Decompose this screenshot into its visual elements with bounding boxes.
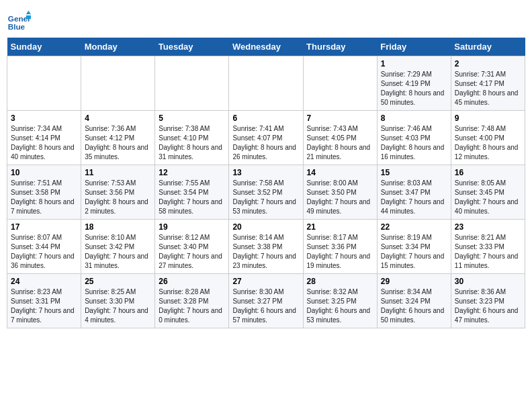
calendar-cell: 13Sunrise: 7:58 AM Sunset: 3:52 PM Dayli… bbox=[229, 165, 303, 220]
day-detail: Sunrise: 8:10 AM Sunset: 3:42 PM Dayligh… bbox=[85, 233, 151, 271]
day-number: 4 bbox=[85, 113, 151, 123]
day-detail: Sunrise: 7:36 AM Sunset: 4:12 PM Dayligh… bbox=[85, 124, 151, 162]
day-detail: Sunrise: 8:19 AM Sunset: 3:34 PM Dayligh… bbox=[381, 233, 447, 271]
calendar-cell: 9Sunrise: 7:48 AM Sunset: 4:00 PM Daylig… bbox=[451, 111, 525, 165]
day-number: 1 bbox=[381, 59, 447, 68]
calendar-week-row: 10Sunrise: 7:51 AM Sunset: 3:58 PM Dayli… bbox=[7, 165, 525, 220]
day-number: 24 bbox=[11, 277, 77, 286]
day-detail: Sunrise: 7:31 AM Sunset: 4:17 PM Dayligh… bbox=[455, 70, 521, 107]
calendar-week-row: 17Sunrise: 8:07 AM Sunset: 3:44 PM Dayli… bbox=[7, 220, 525, 274]
calendar-header-row: SundayMondayTuesdayWednesdayThursdayFrid… bbox=[7, 38, 525, 56]
day-detail: Sunrise: 8:25 AM Sunset: 3:30 PM Dayligh… bbox=[85, 287, 151, 325]
weekday-header-friday: Friday bbox=[377, 38, 451, 56]
logo-icon: General Blue bbox=[7, 9, 31, 34]
day-number: 23 bbox=[455, 222, 521, 232]
day-detail: Sunrise: 7:48 AM Sunset: 4:00 PM Dayligh… bbox=[455, 124, 521, 162]
day-number: 20 bbox=[232, 222, 299, 232]
day-detail: Sunrise: 8:23 AM Sunset: 3:31 PM Dayligh… bbox=[11, 287, 77, 325]
day-detail: Sunrise: 7:41 AM Sunset: 4:07 PM Dayligh… bbox=[232, 124, 299, 162]
day-detail: Sunrise: 8:14 AM Sunset: 3:38 PM Dayligh… bbox=[232, 233, 299, 271]
calendar-cell: 23Sunrise: 8:21 AM Sunset: 3:33 PM Dayli… bbox=[451, 220, 525, 274]
day-number: 26 bbox=[159, 277, 225, 286]
day-detail: Sunrise: 7:38 AM Sunset: 4:10 PM Dayligh… bbox=[159, 124, 225, 162]
calendar-table: SundayMondayTuesdayWednesdayThursdayFrid… bbox=[7, 38, 525, 328]
calendar-cell: 18Sunrise: 8:10 AM Sunset: 3:42 PM Dayli… bbox=[81, 220, 155, 274]
day-detail: Sunrise: 8:30 AM Sunset: 3:27 PM Dayligh… bbox=[232, 287, 299, 325]
day-detail: Sunrise: 7:46 AM Sunset: 4:03 PM Dayligh… bbox=[381, 124, 447, 162]
calendar-cell: 14Sunrise: 8:00 AM Sunset: 3:50 PM Dayli… bbox=[303, 165, 377, 220]
day-number: 30 bbox=[455, 277, 521, 286]
day-number: 17 bbox=[11, 222, 77, 232]
day-detail: Sunrise: 8:12 AM Sunset: 3:40 PM Dayligh… bbox=[159, 233, 225, 271]
weekday-header-sunday: Sunday bbox=[7, 38, 81, 56]
day-detail: Sunrise: 7:29 AM Sunset: 4:19 PM Dayligh… bbox=[381, 70, 447, 107]
calendar-cell: 28Sunrise: 8:32 AM Sunset: 3:25 PM Dayli… bbox=[303, 274, 377, 328]
calendar-week-row: 3Sunrise: 7:34 AM Sunset: 4:14 PM Daylig… bbox=[7, 111, 525, 165]
day-number: 11 bbox=[85, 168, 151, 177]
day-detail: Sunrise: 8:32 AM Sunset: 3:25 PM Dayligh… bbox=[307, 287, 373, 325]
day-number: 25 bbox=[85, 277, 151, 286]
calendar-cell: 7Sunrise: 7:43 AM Sunset: 4:05 PM Daylig… bbox=[303, 111, 377, 165]
calendar-week-row: 1Sunrise: 7:29 AM Sunset: 4:19 PM Daylig… bbox=[7, 56, 525, 111]
calendar-cell bbox=[229, 56, 303, 111]
day-number: 16 bbox=[455, 168, 521, 177]
svg-marker-3 bbox=[26, 15, 31, 19]
day-number: 8 bbox=[381, 113, 447, 123]
calendar-cell bbox=[155, 56, 229, 111]
day-number: 29 bbox=[381, 277, 447, 286]
day-number: 14 bbox=[307, 168, 373, 177]
calendar-cell: 26Sunrise: 8:28 AM Sunset: 3:28 PM Dayli… bbox=[155, 274, 229, 328]
day-detail: Sunrise: 7:55 AM Sunset: 3:54 PM Dayligh… bbox=[159, 179, 225, 216]
calendar-cell: 20Sunrise: 8:14 AM Sunset: 3:38 PM Dayli… bbox=[229, 220, 303, 274]
day-number: 3 bbox=[11, 113, 77, 123]
weekday-header-wednesday: Wednesday bbox=[229, 38, 303, 56]
day-number: 22 bbox=[381, 222, 447, 232]
calendar-cell: 12Sunrise: 7:55 AM Sunset: 3:54 PM Dayli… bbox=[155, 165, 229, 220]
day-detail: Sunrise: 8:17 AM Sunset: 3:36 PM Dayligh… bbox=[307, 233, 373, 271]
day-detail: Sunrise: 8:03 AM Sunset: 3:47 PM Dayligh… bbox=[381, 179, 447, 216]
calendar-cell: 17Sunrise: 8:07 AM Sunset: 3:44 PM Dayli… bbox=[7, 220, 81, 274]
calendar-cell: 4Sunrise: 7:36 AM Sunset: 4:12 PM Daylig… bbox=[81, 111, 155, 165]
day-number: 7 bbox=[307, 113, 373, 123]
day-number: 6 bbox=[232, 113, 299, 123]
day-detail: Sunrise: 8:07 AM Sunset: 3:44 PM Dayligh… bbox=[11, 233, 77, 271]
calendar-cell: 6Sunrise: 7:41 AM Sunset: 4:07 PM Daylig… bbox=[229, 111, 303, 165]
day-detail: Sunrise: 7:53 AM Sunset: 3:56 PM Dayligh… bbox=[85, 179, 151, 216]
day-detail: Sunrise: 8:34 AM Sunset: 3:24 PM Dayligh… bbox=[381, 287, 447, 325]
calendar-cell: 27Sunrise: 8:30 AM Sunset: 3:27 PM Dayli… bbox=[229, 274, 303, 328]
calendar-cell: 2Sunrise: 7:31 AM Sunset: 4:17 PM Daylig… bbox=[451, 56, 525, 111]
calendar-cell bbox=[81, 56, 155, 111]
day-number: 10 bbox=[11, 168, 77, 177]
calendar-cell: 3Sunrise: 7:34 AM Sunset: 4:14 PM Daylig… bbox=[7, 111, 81, 165]
calendar-cell: 29Sunrise: 8:34 AM Sunset: 3:24 PM Dayli… bbox=[377, 274, 451, 328]
day-number: 13 bbox=[232, 168, 299, 177]
weekday-header-saturday: Saturday bbox=[451, 38, 525, 56]
calendar-cell: 21Sunrise: 8:17 AM Sunset: 3:36 PM Dayli… bbox=[303, 220, 377, 274]
day-number: 19 bbox=[159, 222, 225, 232]
calendar-cell: 24Sunrise: 8:23 AM Sunset: 3:31 PM Dayli… bbox=[7, 274, 81, 328]
day-number: 21 bbox=[307, 222, 373, 232]
calendar-cell: 15Sunrise: 8:03 AM Sunset: 3:47 PM Dayli… bbox=[377, 165, 451, 220]
day-detail: Sunrise: 8:21 AM Sunset: 3:33 PM Dayligh… bbox=[455, 233, 521, 271]
day-number: 18 bbox=[85, 222, 151, 232]
calendar-cell: 8Sunrise: 7:46 AM Sunset: 4:03 PM Daylig… bbox=[377, 111, 451, 165]
calendar-cell: 30Sunrise: 8:36 AM Sunset: 3:23 PM Dayli… bbox=[451, 274, 525, 328]
calendar-cell: 10Sunrise: 7:51 AM Sunset: 3:58 PM Dayli… bbox=[7, 165, 81, 220]
calendar-cell: 19Sunrise: 8:12 AM Sunset: 3:40 PM Dayli… bbox=[155, 220, 229, 274]
calendar-cell bbox=[303, 56, 377, 111]
weekday-header-tuesday: Tuesday bbox=[155, 38, 229, 56]
day-detail: Sunrise: 8:28 AM Sunset: 3:28 PM Dayligh… bbox=[159, 287, 225, 325]
day-number: 5 bbox=[159, 113, 225, 123]
day-detail: Sunrise: 8:00 AM Sunset: 3:50 PM Dayligh… bbox=[307, 179, 373, 216]
svg-marker-2 bbox=[26, 11, 31, 14]
day-number: 27 bbox=[232, 277, 299, 286]
svg-text:Blue: Blue bbox=[8, 22, 26, 31]
day-number: 9 bbox=[455, 113, 521, 123]
day-number: 28 bbox=[307, 277, 373, 286]
day-detail: Sunrise: 8:05 AM Sunset: 3:45 PM Dayligh… bbox=[455, 179, 521, 216]
calendar-cell: 11Sunrise: 7:53 AM Sunset: 3:56 PM Dayli… bbox=[81, 165, 155, 220]
day-number: 12 bbox=[159, 168, 225, 177]
day-number: 15 bbox=[381, 168, 447, 177]
day-detail: Sunrise: 8:36 AM Sunset: 3:23 PM Dayligh… bbox=[455, 287, 521, 325]
calendar-cell: 25Sunrise: 8:25 AM Sunset: 3:30 PM Dayli… bbox=[81, 274, 155, 328]
